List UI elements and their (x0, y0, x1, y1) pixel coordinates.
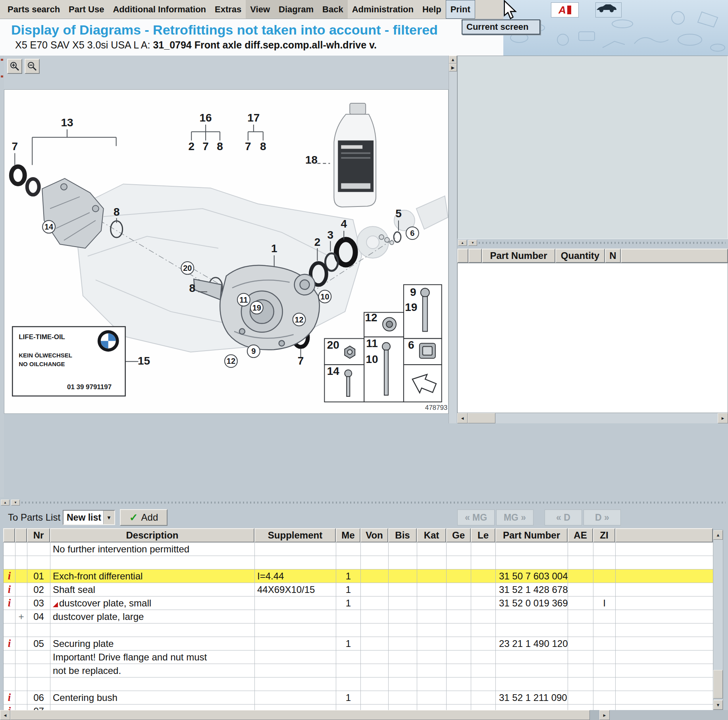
svg-text:9: 9 (251, 347, 256, 355)
rp-column-quantity[interactable]: Quantity (555, 249, 605, 263)
column-header-ge[interactable]: Ge (446, 528, 471, 542)
nav-button-mg-next[interactable]: MG » (496, 510, 533, 525)
scroll-left-icon[interactable]: ◄ (457, 413, 468, 423)
rp-column-n[interactable]: N (605, 249, 621, 263)
rp-column-blank[interactable] (457, 249, 468, 263)
menu-item-view[interactable]: View (246, 0, 274, 19)
parts-row[interactable]: No further intervention permitted (4, 542, 713, 556)
menu-item-part-use[interactable]: Part Use (64, 0, 108, 19)
splitter-up-icon[interactable]: ▲ (458, 240, 467, 246)
column-header-bis[interactable]: Bis (388, 528, 417, 542)
menu-item-extras[interactable]: Extras (210, 0, 246, 19)
parts-table-vscrollbar[interactable]: ▲ ▼ (713, 530, 723, 710)
splitter-down-icon[interactable]: ▼ (11, 500, 20, 506)
column-header-blank[interactable] (3, 528, 15, 542)
callout-7: 7 (12, 140, 18, 152)
description-text: Exch-front differential (53, 571, 143, 582)
cell-plus (15, 637, 27, 651)
splitter-grip[interactable] (21, 502, 726, 504)
parts-row-07[interactable]: i07 (4, 705, 713, 710)
zoom-in-button[interactable] (7, 59, 22, 74)
parts-list-empty-area[interactable] (457, 56, 728, 239)
scroll-expand-icon[interactable]: ▶ (449, 64, 457, 71)
exploded-diagram[interactable]: LIFE-TIME-OIL KEIN ÖLWECHSEL NO OILCHANG… (4, 89, 449, 414)
vehicle-icon[interactable] (595, 2, 622, 17)
column-header-part-number[interactable]: Part Number (495, 528, 568, 542)
description-text: dustcover plate, large (53, 611, 144, 622)
chevron-down-icon[interactable]: ▼ (103, 511, 114, 524)
column-header-blank[interactable] (15, 528, 27, 542)
nav-button-d-prev[interactable]: « D (545, 510, 582, 525)
column-header-zi[interactable]: ZI (593, 528, 615, 542)
scroll-right-icon[interactable]: ► (718, 413, 728, 423)
column-header-supplement[interactable]: Supplement (254, 528, 336, 542)
hscroll-thumb[interactable] (10, 710, 590, 720)
cell-von (361, 664, 389, 678)
parts-row-03[interactable]: i03dustcover plate, small131 52 0 019 36… (4, 596, 713, 610)
column-header-kat[interactable]: Kat (417, 528, 446, 542)
column-header-blank[interactable] (615, 528, 713, 542)
vscroll-thumb[interactable] (713, 670, 723, 699)
right-panel-splitter[interactable]: ▲ ▼ (457, 239, 728, 246)
rp-column-part-number[interactable]: Part Number (482, 249, 555, 263)
cell-info (4, 610, 15, 623)
brand-logo-icon[interactable]: A (551, 2, 579, 17)
menu-item-additional-information[interactable]: Additional Information (108, 0, 210, 19)
column-header-me[interactable]: Me (336, 528, 360, 542)
cell-me: 1 (336, 569, 361, 583)
scroll-up-icon[interactable]: ▲ (713, 530, 723, 540)
menu-item-print[interactable]: Print (446, 0, 475, 19)
parts-row[interactable] (4, 623, 713, 637)
menu-item-administration[interactable]: Administration (348, 0, 418, 19)
cell-kat (417, 596, 447, 610)
list-dropdown[interactable]: New list ▼ (63, 510, 115, 525)
column-header-ae[interactable]: AE (568, 528, 593, 542)
scroll-right-icon[interactable]: ► (599, 710, 610, 720)
parts-row[interactable]: Important! Drive flange and nut must (4, 651, 713, 664)
diagram-vscrollbar[interactable]: ▲ ▶ (449, 56, 457, 423)
zoom-out-button[interactable] (25, 59, 40, 74)
cell-le (471, 623, 496, 637)
parts-row[interactable] (4, 678, 713, 691)
bottom-hscrollbar[interactable]: ◄ ► (0, 710, 728, 720)
menu-item-current-screen[interactable]: Current screen (462, 19, 540, 35)
splitter-up-icon[interactable]: ▲ (1, 500, 10, 506)
main-area: LIFE-TIME-OIL KEIN ÖLWECHSEL NO OILCHANG… (0, 56, 728, 497)
parts-row[interactable]: not be replaced. (4, 664, 713, 678)
nav-button-d-next[interactable]: D » (584, 510, 621, 525)
menu-item-parts-search[interactable]: Parts search (3, 0, 64, 19)
parts-row-02[interactable]: i02Shaft seal44X69X10/15131 52 1 428 678 (4, 583, 713, 596)
right-panel-body[interactable] (457, 263, 728, 413)
scroll-up-icon[interactable]: ▲ (449, 56, 457, 64)
parts-row-01[interactable]: i01Exch-front differentialI=4.44131 50 7… (4, 569, 713, 583)
page-header: Display of Diagrams - Retrofittings not … (0, 19, 503, 56)
parts-row-04[interactable]: +04dustcover plate, large (4, 610, 713, 623)
callout-13: 13 (61, 116, 73, 129)
main-splitter[interactable]: ▲ ▼ (0, 497, 728, 508)
parts-row[interactable] (4, 556, 713, 569)
menu-item-help[interactable]: Help (418, 0, 446, 19)
column-header-von[interactable]: Von (360, 528, 388, 542)
hscroll-track[interactable] (495, 413, 718, 423)
nav-button-mg-prev[interactable]: « MG (457, 510, 495, 525)
parts-row-05[interactable]: i05Securing plate123 21 1 490 120 (4, 637, 713, 651)
cell-nr: 05 (27, 637, 50, 651)
column-header-description[interactable]: Description (50, 528, 254, 542)
cell-me (336, 678, 361, 691)
hscroll-thumb[interactable] (468, 413, 495, 423)
menu-item-diagram[interactable]: Diagram (274, 0, 318, 19)
scroll-left-icon[interactable]: ◄ (0, 710, 10, 720)
column-header-nr[interactable]: Nr (27, 528, 50, 542)
cell-ae (568, 583, 593, 596)
menu-item-back[interactable]: Back (318, 0, 348, 19)
rp-column-blank[interactable] (468, 249, 482, 263)
cell-fill (616, 610, 713, 623)
right-panel-hscrollbar[interactable]: ◄ ► (457, 413, 728, 423)
scroll-down-icon[interactable]: ▼ (713, 700, 723, 710)
add-button[interactable]: ✓ Add (120, 509, 168, 526)
splitter-down-icon[interactable]: ▼ (468, 240, 477, 246)
column-header-le[interactable]: Le (471, 528, 495, 542)
rp-column-blank[interactable] (621, 249, 728, 263)
parts-row-06[interactable]: i06Centering bush131 52 1 211 090 (4, 691, 713, 705)
splitter-grip[interactable] (479, 242, 726, 244)
